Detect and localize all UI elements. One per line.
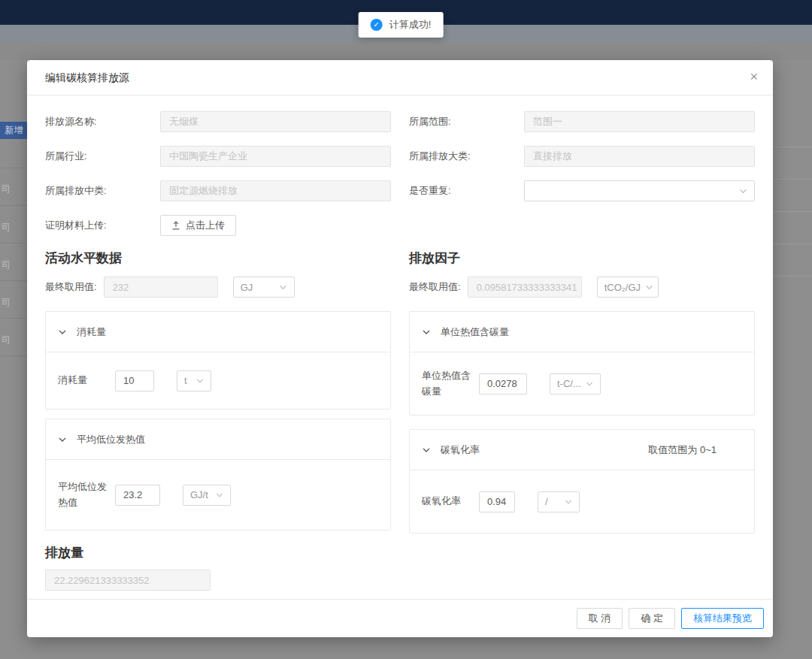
heating-value-panel-header[interactable]: 平均低位发热值 bbox=[46, 419, 390, 460]
carbon-content-panel: 单位热值含碳量 单位热值含碳量 0.0278 t-C/... bbox=[409, 311, 755, 416]
row-divider bbox=[0, 355, 27, 356]
activity-unit-select[interactable]: GJ bbox=[233, 277, 295, 298]
carbon-content-unit-value: t-C/... bbox=[557, 378, 581, 389]
collapse-chevron-icon bbox=[422, 328, 431, 337]
activity-section-title: 活动水平数据 bbox=[45, 249, 391, 267]
carbon-content-panel-header[interactable]: 单位热值含碳量 bbox=[410, 312, 754, 352]
consumption-panel-title: 消耗量 bbox=[77, 325, 106, 339]
carbon-content-row-label: 单位热值含碳量 bbox=[422, 368, 476, 398]
scope-label: 所属范围: bbox=[409, 115, 524, 128]
success-check-icon: ✓ bbox=[371, 19, 383, 31]
close-icon[interactable]: × bbox=[750, 69, 758, 84]
heating-value-unit-value: GJ/t bbox=[190, 489, 208, 500]
table-row: 司 bbox=[2, 221, 26, 234]
consumption-row-label: 消耗量 bbox=[58, 373, 112, 388]
collapse-chevron-icon bbox=[58, 328, 67, 337]
heating-value-panel-title: 平均低位发热值 bbox=[77, 433, 145, 446]
row-divider bbox=[0, 318, 27, 319]
table-row: 司 bbox=[2, 296, 26, 309]
table-row: 司 bbox=[2, 183, 26, 195]
emission-amount-title: 排放量 bbox=[45, 544, 755, 561]
row-divider bbox=[0, 205, 27, 206]
upload-button-label: 点击上传 bbox=[186, 219, 225, 232]
consumption-input[interactable]: 10 bbox=[115, 370, 154, 391]
row-divider bbox=[773, 243, 812, 244]
row-divider bbox=[773, 147, 812, 147]
industry-field: 中国陶瓷生产企业 bbox=[160, 146, 391, 167]
heating-value-unit-select[interactable]: GJ/t bbox=[183, 485, 231, 506]
oxidation-rate-unit-value: / bbox=[545, 496, 548, 507]
is-duplicate-select[interactable] bbox=[524, 180, 755, 201]
row-divider bbox=[0, 168, 27, 168]
chevron-down-icon bbox=[279, 283, 287, 292]
oxidation-rate-panel-header[interactable]: 碳氧化率 取值范围为 0~1 bbox=[410, 430, 754, 470]
chevron-down-icon bbox=[216, 491, 223, 499]
major-category-label: 所属排放大类: bbox=[409, 150, 524, 163]
factor-unit-value: tCO₂/GJ bbox=[604, 282, 641, 293]
factor-final-value-field: 0.09581733333333341 bbox=[468, 277, 582, 298]
activity-data-section: 活动水平数据 最终取用值: 232 GJ bbox=[45, 249, 391, 534]
oxidation-rate-unit-select[interactable]: / bbox=[538, 491, 580, 512]
consumption-panel: 消耗量 消耗量 10 t bbox=[45, 311, 391, 410]
activity-unit-value: GJ bbox=[241, 282, 253, 293]
page-toolbar-dimmed bbox=[0, 43, 812, 60]
cancel-button[interactable]: 取 消 bbox=[577, 608, 623, 629]
source-name-label: 排放源名称: bbox=[45, 115, 160, 128]
collapse-chevron-icon bbox=[58, 435, 67, 444]
edit-emission-source-dialog: 编辑碳核算排放源 × 排放源名称: 无烟煤 所属范围: 范围一 所属行业: 中国… bbox=[27, 60, 773, 637]
chevron-down-icon bbox=[196, 377, 204, 385]
is-duplicate-label: 是否重复: bbox=[409, 184, 524, 198]
table-row: 司 bbox=[2, 258, 26, 271]
carbon-content-input[interactable]: 0.0278 bbox=[479, 373, 527, 394]
source-name-field: 无烟煤 bbox=[160, 111, 391, 132]
confirm-button[interactable]: 确 定 bbox=[629, 608, 675, 629]
activity-final-value-field: 232 bbox=[104, 277, 218, 298]
chevron-down-icon bbox=[586, 380, 593, 388]
oxidation-rate-panel: 碳氧化率 取值范围为 0~1 碳氧化率 0.94 / bbox=[409, 429, 755, 534]
oxidation-range-note: 取值范围为 0~1 bbox=[648, 443, 717, 457]
mid-category-field: 固定源燃烧排放 bbox=[160, 180, 391, 201]
dialog-title: 编辑碳核算排放源 bbox=[45, 71, 129, 83]
heating-value-row-label: 平均低位发热值 bbox=[58, 479, 112, 509]
consumption-unit-select[interactable]: t bbox=[177, 370, 211, 391]
upload-icon bbox=[171, 221, 180, 230]
industry-label: 所属行业: bbox=[45, 150, 160, 163]
heating-value-input[interactable]: 23.2 bbox=[115, 485, 160, 506]
scope-field: 范围一 bbox=[524, 111, 755, 132]
factor-section-title: 排放因子 bbox=[409, 249, 755, 267]
row-divider bbox=[773, 211, 812, 212]
mid-category-label: 所属排放中类: bbox=[45, 184, 160, 198]
consumption-panel-header[interactable]: 消耗量 bbox=[46, 312, 390, 352]
factor-unit-select[interactable]: tCO₂/GJ bbox=[597, 277, 659, 298]
dialog-footer: 取 消 确 定 核算结果预览 bbox=[27, 599, 773, 637]
collapse-chevron-icon bbox=[422, 446, 431, 455]
emission-amount-field: 22.229621333333352 bbox=[45, 570, 211, 591]
dialog-header: 编辑碳核算排放源 × bbox=[27, 60, 773, 95]
toast-message: 计算成功! bbox=[389, 18, 432, 32]
emission-factor-section: 排放因子 最终取用值: 0.09581733333333341 tCO₂/GJ bbox=[409, 249, 755, 534]
row-divider bbox=[773, 179, 812, 180]
oxidation-rate-row-label: 碳氧化率 bbox=[422, 494, 476, 509]
add-button-background: 新增 bbox=[0, 122, 28, 139]
row-divider bbox=[773, 276, 812, 277]
consumption-unit-value: t bbox=[184, 375, 187, 386]
table-row: 司 bbox=[2, 334, 26, 346]
heating-value-panel: 平均低位发热值 平均低位发热值 23.2 GJ/t bbox=[45, 419, 391, 531]
oxidation-rate-panel-title: 碳氧化率 bbox=[441, 443, 480, 457]
success-toast: ✓ 计算成功! bbox=[359, 12, 444, 38]
result-preview-button[interactable]: 核算结果预览 bbox=[681, 608, 764, 629]
chevron-down-icon bbox=[645, 283, 653, 292]
chevron-down-icon bbox=[565, 498, 572, 506]
upload-button[interactable]: 点击上传 bbox=[160, 215, 236, 236]
chevron-down-icon bbox=[739, 187, 747, 195]
dialog-body: 排放源名称: 无烟煤 所属范围: 范围一 所属行业: 中国陶瓷生产企业 所属排放… bbox=[27, 95, 773, 599]
oxidation-rate-input[interactable]: 0.94 bbox=[479, 491, 515, 512]
factor-final-label: 最终取用值: bbox=[409, 280, 461, 294]
carbon-content-panel-title: 单位热值含碳量 bbox=[441, 325, 509, 339]
major-category-field: 直接排放 bbox=[524, 146, 755, 167]
carbon-content-unit-select[interactable]: t-C/... bbox=[550, 373, 601, 394]
activity-final-label: 最终取用值: bbox=[45, 280, 97, 294]
upload-label: 证明材料上传: bbox=[45, 219, 160, 232]
row-divider bbox=[0, 243, 27, 243]
row-divider bbox=[0, 280, 27, 281]
